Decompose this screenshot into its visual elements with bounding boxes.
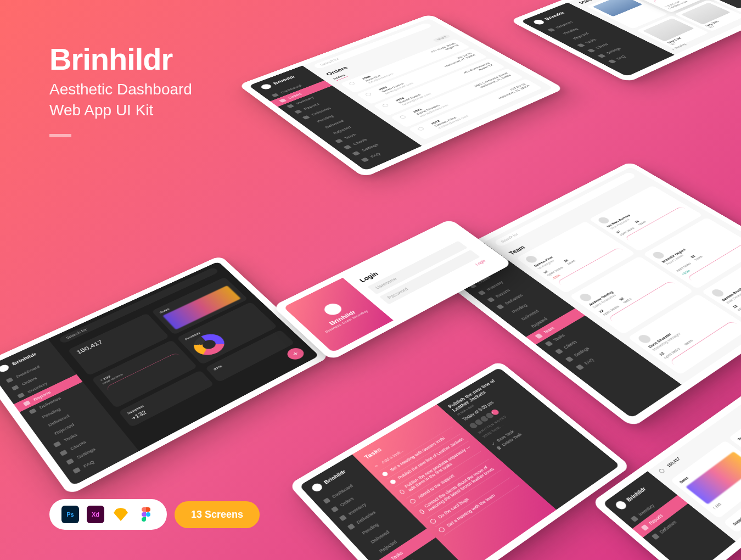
supplies-card: Supplies bbox=[723, 479, 741, 533]
logo-icon bbox=[321, 301, 345, 317]
sidebar-item-delivered[interactable]: Delivered bbox=[31, 397, 102, 436]
sidebar-item-tasks[interactable]: Tasks bbox=[372, 529, 435, 560]
order-row[interactable]: #572Damian Klined.kline@email.com123 6th… bbox=[408, 79, 542, 139]
screen-tasks: Brinhildr Dashboard Orders Inventory Del… bbox=[289, 361, 631, 560]
sidebar-item-tasks[interactable]: Tasks bbox=[44, 413, 115, 454]
sketch-icon bbox=[112, 506, 130, 523]
accent-bar bbox=[49, 134, 71, 137]
screen-inventory: Brinhildr Deliveries Pending Rejected Ta… bbox=[509, 0, 741, 82]
photoshop-icon: Ps bbox=[61, 506, 79, 523]
task-row[interactable]: Do the card bugs bbox=[427, 470, 510, 527]
svg-point-0 bbox=[146, 512, 150, 517]
product-card[interactable]: Wool Coat$27 bbox=[636, 15, 709, 48]
sidebar-item-rejected[interactable]: Rejected bbox=[37, 405, 108, 445]
sidebar-item-pending[interactable]: Pending bbox=[25, 389, 95, 428]
tools-pill: Ps Xd bbox=[49, 499, 167, 530]
sidebar-item-faq[interactable]: FAQ bbox=[63, 438, 134, 480]
supplies-card: Supplies+132 bbox=[119, 370, 214, 427]
badges-row: Ps Xd 13 Screens bbox=[49, 499, 260, 530]
sidebar-item-inventory[interactable]: Inventory bbox=[8, 367, 77, 404]
screens-count-badge: 13 Screens bbox=[175, 501, 260, 528]
sidebar-item-deliveries[interactable]: Deliveries bbox=[20, 382, 89, 420]
hero-block: Brinhildr Aesthetic DashboardWeb App UI … bbox=[49, 41, 192, 137]
logo-icon bbox=[0, 363, 10, 373]
sidebar-item-team[interactable]: Team bbox=[526, 309, 585, 345]
product-subtitle: Aesthetic DashboardWeb App UI Kit bbox=[49, 79, 192, 121]
sidebar-item-reports[interactable]: Reports bbox=[14, 374, 83, 412]
figma-icon bbox=[137, 506, 155, 523]
sidebar-item-settings[interactable]: Settings bbox=[57, 429, 128, 472]
delete-task-button[interactable]: 🗑 Delete Task bbox=[495, 414, 551, 451]
screen-orders: Brinhildr Dashboard Orders Inventory Rep… bbox=[238, 14, 564, 178]
team-member-card[interactable]: Dana SilvesterMarketing Manager12open ta… bbox=[628, 294, 741, 374]
screen-dashboard-dark: Brinhildr Dashboard Orders Inventory Rep… bbox=[0, 255, 330, 495]
sidebar-item-orders[interactable]: Orders bbox=[2, 360, 70, 396]
product-title: Brinhildr bbox=[49, 41, 192, 77]
task-row[interactable]: Set a meeting with the team bbox=[435, 478, 519, 535]
xd-icon: Xd bbox=[87, 506, 104, 523]
sidebar-item-clients[interactable]: Clients bbox=[50, 421, 121, 463]
